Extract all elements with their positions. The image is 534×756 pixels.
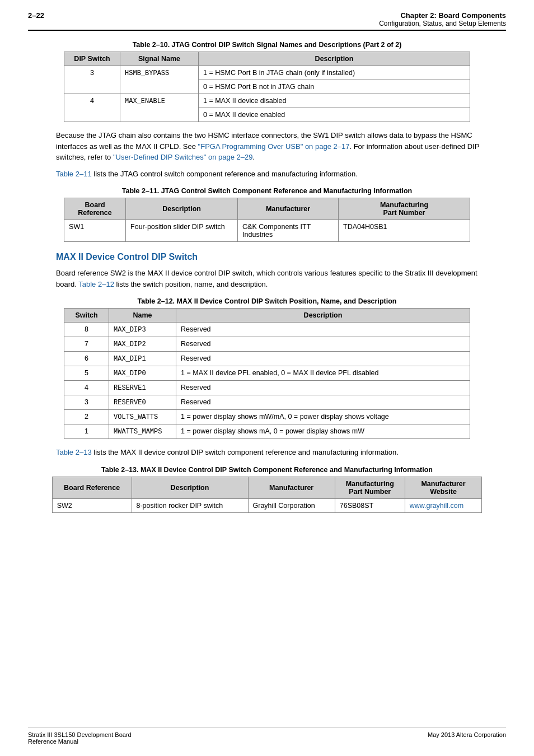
paragraph-4-wrapper: Table 2–13 lists the MAX II device contr…: [28, 447, 506, 458]
footer-doc-type: Reference Manual: [28, 738, 132, 745]
table-row: 4 MAX_ENABLE 1 = MAX II device disabled: [64, 94, 470, 108]
table-cell-name: MAX_DIP0: [109, 366, 176, 381]
table-2-12-col-desc: Description: [176, 309, 470, 323]
page-footer: Stratix III 3SL150 Development Board Ref…: [28, 727, 506, 745]
link-table-2-11[interactable]: Table 2–11: [56, 170, 92, 178]
table-cell-signal-max: MAX_ENABLE: [120, 94, 199, 122]
table-cell-name: MAX_DIP1: [109, 352, 176, 366]
table-cell-switch-3: 3: [64, 66, 120, 94]
table-cell-name: RESERVE0: [109, 395, 176, 410]
para-3-end: lists the switch position, name, and des…: [114, 280, 268, 288]
table-cell-mfr-sw1: C&K Components ITT Industries: [238, 220, 339, 242]
table-2-13-col-mfr: Manufacturer: [248, 477, 335, 498]
table-cell-desc: 1 = power display shows mA, 0 = power di…: [176, 424, 470, 439]
link-fpga-programming[interactable]: "FPGA Programming Over USB" on page 2–17: [198, 142, 350, 151]
table-cell-switch: 8: [64, 323, 109, 337]
table-2-11-col-desc: Description: [126, 198, 238, 220]
para-2-end: lists the JTAG control switch component …: [92, 170, 358, 178]
chapter-info: Chapter 2: Board Components Configuratio…: [379, 11, 506, 27]
table-2-13: Board Reference Description Manufacturer…: [52, 477, 483, 513]
table-cell-name: MAX_DIP3: [109, 323, 176, 337]
table-cell-switch: 4: [64, 381, 109, 395]
table-row: 5 MAX_DIP0 1 = MAX II device PFL enabled…: [64, 366, 470, 381]
table-2-10-col-desc: Description: [199, 52, 470, 66]
para-1-end: .: [253, 153, 255, 161]
table-2-11: BoardReference Description Manufacturer …: [64, 198, 470, 242]
table-2-10-caption: Table 2–10. JTAG Control DIP Switch Sign…: [64, 41, 470, 49]
table-cell-name: VOLTS_WATTS: [109, 410, 176, 424]
table-2-11-caption: Table 2–11. JTAG Control Switch Componen…: [28, 187, 506, 195]
table-row: 4 RESERVE1 Reserved: [64, 381, 470, 395]
table-row: 7 MAX_DIP2 Reserved: [64, 337, 470, 352]
table-2-12-caption: Table 2–12. MAX II Device Control DIP Sw…: [28, 297, 506, 305]
table-2-13-caption: Table 2–13. MAX II Device Control DIP Sw…: [28, 466, 506, 474]
table-row: 2 VOLTS_WATTS 1 = power display shows mW…: [64, 410, 470, 424]
footer-product: Stratix III 3SL150 Development Board: [28, 731, 132, 738]
table-cell-desc-sw1: Four-position slider DIP switch: [126, 220, 238, 242]
paragraph-1-wrapper: Because the JTAG chain also contains the…: [28, 130, 506, 179]
paragraph-1: Because the JTAG chain also contains the…: [56, 130, 495, 163]
table-2-10: DIP Switch Signal Name Description 3 HSM…: [64, 52, 470, 122]
page-number: 2–22: [28, 11, 44, 20]
table-2-12-col-name: Name: [109, 309, 176, 323]
table-cell-switch: 5: [64, 366, 109, 381]
table-2-10-col-dip: DIP Switch: [64, 52, 120, 66]
table-2-12-wrapper: Switch Name Description 8 MAX_DIP3 Reser…: [64, 308, 470, 439]
table-row: 1 MWATTS_MAMPS 1 = power display shows m…: [64, 424, 470, 439]
table-2-11-col-part: ManufacturingPart Number: [339, 198, 470, 220]
table-row: 3 HSMB_BYPASS 1 = HSMC Port B in JTAG ch…: [64, 66, 470, 80]
table-2-13-col-ref: Board Reference: [52, 477, 132, 498]
table-2-10-col-signal: Signal Name: [120, 52, 199, 66]
table-2-10-wrapper: Table 2–10. JTAG Control DIP Switch Sign…: [64, 41, 470, 122]
table-cell-part-sw1: TDA04H0SB1: [339, 220, 470, 242]
table-cell-desc: Reserved: [176, 323, 470, 337]
table-cell-desc-sw2: 8-position rocker DIP switch: [132, 498, 248, 512]
table-cell-switch: 6: [64, 352, 109, 366]
paragraph-3-wrapper: Board reference SW2 is the MAX II device…: [28, 268, 506, 290]
table-2-11-wrapper: BoardReference Description Manufacturer …: [64, 198, 470, 242]
table-cell-desc: Reserved: [176, 395, 470, 410]
table-2-13-col-website: ManufacturerWebsite: [405, 477, 482, 498]
table-cell-switch: 2: [64, 410, 109, 424]
table-cell-desc: Reserved: [176, 337, 470, 352]
chapter-title: Chapter 2: Board Components: [379, 11, 506, 20]
table-cell-desc: Reserved: [176, 352, 470, 366]
table-cell-switch: 3: [64, 395, 109, 410]
table-cell-desc-3-2: 0 = HSMC Port B not in JTAG chain: [199, 80, 470, 94]
table-cell-desc-4-2: 0 = MAX II device enabled: [199, 108, 470, 122]
table-2-11-col-mfr: Manufacturer: [238, 198, 339, 220]
page-header: 2–22 Chapter 2: Board Components Configu…: [28, 11, 506, 31]
table-2-12-col-switch: Switch: [64, 309, 109, 323]
table-cell-switch: 1: [64, 424, 109, 439]
table-cell-ref-sw2: SW2: [52, 498, 132, 512]
table-cell-part-sw2: 76SB08ST: [335, 498, 405, 512]
table-2-11-col-ref: BoardReference: [64, 198, 126, 220]
footer-right: May 2013 Altera Corporation: [428, 731, 506, 745]
table-cell-desc-4-1: 1 = MAX II device disabled: [199, 94, 470, 108]
table-cell-switch: 7: [64, 337, 109, 352]
table-2-13-col-desc: Description: [132, 477, 248, 498]
table-row: SW1 Four-position slider DIP switch C&K …: [64, 220, 470, 242]
table-cell-desc-3-1: 1 = HSMC Port B in JTAG chain (only if i…: [199, 66, 470, 80]
table-row: 6 MAX_DIP1 Reserved: [64, 352, 470, 366]
chapter-subtitle: Configuration, Status, and Setup Element…: [379, 20, 506, 27]
paragraph-4: Table 2–13 lists the MAX II device contr…: [56, 447, 495, 458]
link-table-2-13[interactable]: Table 2–13: [56, 448, 92, 456]
table-cell-desc: 1 = MAX II device PFL enabled, 0 = MAX I…: [176, 366, 470, 381]
link-user-defined[interactable]: "User-Defined DIP Switches" on page 2–29: [113, 153, 253, 161]
para-4-end: lists the MAX II device control DIP swit…: [92, 448, 399, 456]
footer-left: Stratix III 3SL150 Development Board Ref…: [28, 731, 132, 745]
paragraph-3: Board reference SW2 is the MAX II device…: [56, 268, 495, 290]
table-row: SW2 8-position rocker DIP switch Grayhil…: [52, 498, 482, 512]
table-cell-website-sw2: www.grayhill.com: [405, 498, 482, 512]
table-cell-ref-sw1: SW1: [64, 220, 126, 242]
table-cell-desc: 1 = power display shows mW/mA, 0 = power…: [176, 410, 470, 424]
link-grayhill[interactable]: www.grayhill.com: [410, 502, 464, 510]
table-2-13-col-part: ManufacturingPart Number: [335, 477, 405, 498]
table-cell-name: MWATTS_MAMPS: [109, 424, 176, 439]
table-2-13-wrapper: Board Reference Description Manufacturer…: [52, 477, 483, 513]
link-table-2-12[interactable]: Table 2–12: [78, 280, 114, 288]
table-cell-switch-4: 4: [64, 94, 120, 122]
table-2-12: Switch Name Description 8 MAX_DIP3 Reser…: [64, 308, 470, 439]
table-cell-desc: Reserved: [176, 381, 470, 395]
